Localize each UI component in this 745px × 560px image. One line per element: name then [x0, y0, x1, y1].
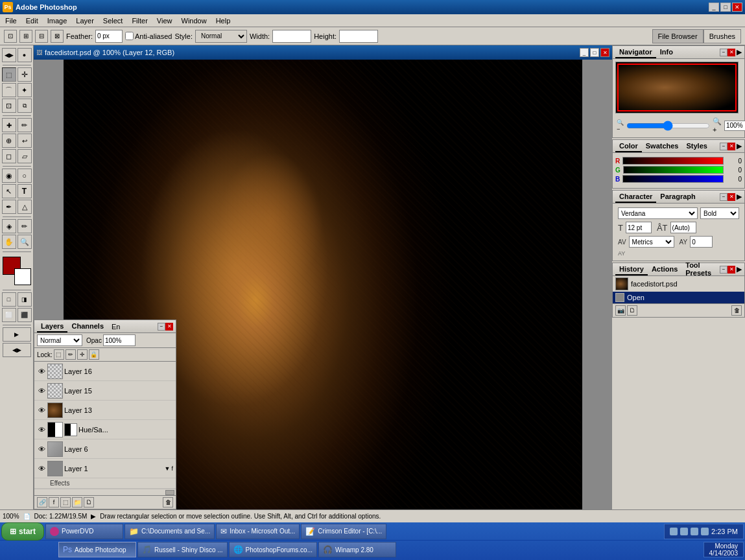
new-group-btn[interactable]: 📁: [72, 497, 82, 508]
brushes-button[interactable]: Brushes: [704, 29, 741, 43]
doc-maximize-btn[interactable]: □: [590, 48, 599, 57]
lock-image-btn[interactable]: ✏: [65, 349, 76, 360]
eyedropper-tool[interactable]: ✏: [18, 219, 32, 233]
green-bar[interactable]: [623, 166, 724, 174]
taskbar-explorer[interactable]: 📁 C:\Documents and Se...: [124, 524, 215, 539]
tab-styles[interactable]: Styles: [682, 141, 711, 152]
lock-transparent-btn[interactable]: ⬚: [54, 349, 64, 360]
menu-image[interactable]: Image: [43, 16, 71, 26]
layer-row-13[interactable]: 👁 Layer 13: [34, 401, 176, 420]
blend-mode-select[interactable]: Normal: [37, 334, 82, 346]
minimize-button[interactable]: _: [709, 3, 719, 12]
full-screen-btn[interactable]: ⬛: [18, 308, 32, 322]
hand-tool[interactable]: ✋: [2, 235, 16, 249]
layer-15-visibility[interactable]: 👁: [37, 386, 46, 395]
blue-bar[interactable]: [622, 175, 724, 183]
tab-navigator[interactable]: Navigator: [615, 47, 656, 58]
layer-row-1[interactable]: 👁 Layer 1 ▼ f: [34, 459, 176, 478]
pen-tool[interactable]: ✒: [2, 200, 16, 214]
background-color[interactable]: [14, 268, 31, 285]
taskbar-photoshop[interactable]: Ps Adobe Photoshop: [58, 542, 136, 557]
tracking-input[interactable]: 0: [690, 236, 713, 248]
layer-16-visibility[interactable]: 👁: [37, 367, 46, 376]
tab-actions[interactable]: Actions: [648, 264, 681, 275]
menu-window[interactable]: Window: [178, 16, 211, 26]
taskbar-outlook[interactable]: ✉ Inbox - Microsoft Out...: [216, 524, 300, 539]
add-mask-btn[interactable]: ⬚: [60, 497, 71, 508]
width-input[interactable]: [272, 30, 311, 43]
char-close-btn[interactable]: ✕: [727, 193, 735, 201]
delete-layer-btn[interactable]: 🗑: [163, 497, 173, 508]
navigator-menu-icon[interactable]: ▶: [737, 48, 742, 56]
history-collapse-btn[interactable]: −: [720, 266, 727, 274]
lock-all-btn[interactable]: 🔒: [89, 349, 99, 360]
new-layer-btn[interactable]: 🗋: [84, 497, 94, 508]
path-selection-tool[interactable]: ↖: [2, 184, 16, 198]
quick-mask-btn[interactable]: ◨: [18, 292, 32, 307]
tab-color[interactable]: Color: [615, 141, 642, 152]
dodge-tool[interactable]: ○: [18, 169, 32, 183]
history-new-doc-btn[interactable]: 🗋: [627, 305, 637, 316]
zoom-input[interactable]: 100%: [724, 121, 745, 131]
jump-btn[interactable]: ▶: [3, 327, 31, 342]
taskbar-winamp[interactable]: 🎧 Winamp 2.80: [318, 542, 396, 557]
navigator-close-btn[interactable]: ✕: [727, 49, 735, 56]
layer-row-6[interactable]: 👁 Layer 6: [34, 439, 176, 459]
slice-tool[interactable]: ⧉: [18, 99, 32, 113]
jump-btn2[interactable]: ◀▶: [3, 343, 31, 357]
add-selection-btn[interactable]: ⊞: [19, 30, 32, 43]
menu-file[interactable]: File: [1, 16, 21, 26]
style-select[interactable]: Normal: [195, 30, 247, 43]
tool-zoom-mode[interactable]: ●: [18, 48, 32, 62]
doc-minimize-btn[interactable]: _: [580, 48, 589, 57]
layer-6-visibility[interactable]: 👁: [37, 445, 46, 454]
kerning-select[interactable]: Metrics: [629, 236, 674, 248]
history-brush-tool[interactable]: ↩: [18, 134, 32, 148]
eraser-tool[interactable]: ◻: [2, 149, 16, 163]
subtract-selection-btn[interactable]: ⊟: [35, 30, 48, 43]
layer-row-15[interactable]: 👁 Layer 15: [34, 381, 176, 401]
history-new-snapshot-btn[interactable]: 📷: [615, 305, 626, 316]
navigator-collapse-btn[interactable]: −: [720, 49, 727, 56]
layers-scrollbar[interactable]: [34, 489, 176, 495]
tab-swatches[interactable]: Swatches: [642, 141, 683, 152]
type-tool[interactable]: T: [18, 184, 32, 198]
menu-filter[interactable]: Filter: [128, 16, 151, 26]
paint-bucket-tool[interactable]: ▱: [18, 149, 32, 163]
tab-layers[interactable]: Layers: [37, 321, 67, 332]
menu-view[interactable]: View: [153, 16, 176, 26]
menu-help[interactable]: Help: [212, 16, 235, 26]
layer-row-hue[interactable]: 👁 Hue/Sa...: [34, 420, 176, 439]
intersect-selection-btn[interactable]: ⊠: [51, 30, 64, 43]
opacity-input[interactable]: [103, 334, 136, 346]
scrollbar-thumb[interactable]: [165, 490, 174, 495]
taskbar-psforums[interactable]: 🌐 PhotoshopForums.co...: [229, 542, 317, 557]
layer-1-visibility[interactable]: 👁: [37, 464, 46, 473]
layers-collapse-btn[interactable]: −: [158, 323, 165, 331]
zoom-slider[interactable]: [626, 123, 710, 128]
zoom-tool[interactable]: 🔍: [18, 235, 32, 249]
standard-mode-btn[interactable]: □: [2, 292, 16, 307]
shape-tool[interactable]: △: [18, 200, 32, 214]
move-tool[interactable]: ✛: [18, 67, 32, 82]
taskbar-crimson[interactable]: 📝 Crimson Editor - [C:\...: [301, 524, 386, 539]
height-input[interactable]: [339, 30, 378, 43]
menu-layer[interactable]: Layer: [72, 16, 98, 26]
notes-tool[interactable]: ◈: [2, 219, 16, 233]
history-open-item[interactable]: Open: [613, 292, 744, 303]
brush-tool[interactable]: ✏: [18, 118, 32, 132]
layers-close-btn[interactable]: ✕: [165, 323, 173, 331]
tab-history[interactable]: History: [615, 264, 648, 275]
red-bar[interactable]: [622, 157, 724, 165]
taskbar-powerdvd[interactable]: PowerDVD: [45, 524, 123, 539]
clone-stamp-tool[interactable]: ⊕: [2, 134, 16, 148]
tab-effects[interactable]: En: [108, 321, 124, 332]
taskbar-russell[interactable]: 🎵 Russell - Shiny Disco ...: [137, 542, 228, 557]
doc-controls[interactable]: _ □ ✕: [580, 48, 609, 57]
tab-channels[interactable]: Channels: [67, 321, 108, 332]
leading-input[interactable]: (Auto): [670, 222, 696, 233]
font-family-select[interactable]: Verdana: [618, 207, 698, 219]
menu-select[interactable]: Select: [99, 16, 127, 26]
tab-tool-presets[interactable]: Tool Presets: [681, 260, 720, 279]
font-size-input[interactable]: 12 pt: [626, 222, 652, 233]
